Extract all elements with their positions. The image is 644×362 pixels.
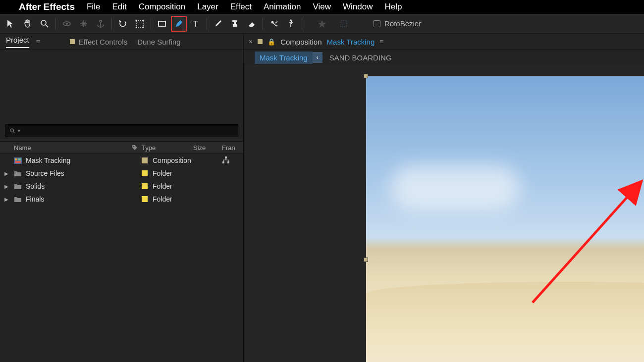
composition-label: Composition — [280, 38, 322, 46]
label-color-chip[interactable] — [142, 170, 148, 176]
project-search-input[interactable]: ▾ — [5, 124, 238, 137]
svg-point-9 — [136, 26, 137, 28]
effect-controls-tab[interactable]: Effect Controls Dune Surfing — [70, 38, 181, 46]
project-item[interactable]: ▶SolidsFolder — [0, 180, 243, 193]
svg-rect-13 — [233, 24, 237, 27]
menu-composition[interactable]: Composition — [139, 2, 186, 12]
project-item[interactable]: Mask TrackingComposition — [0, 154, 243, 167]
svg-rect-11 — [159, 21, 165, 26]
expand-icon[interactable]: ▶ — [3, 184, 10, 189]
svg-rect-23 — [14, 157, 22, 164]
label-color-chip[interactable] — [142, 196, 148, 202]
expand-icon[interactable]: ▶ — [3, 171, 10, 176]
menu-animation[interactable]: Animation — [264, 2, 301, 12]
rectangle-tool[interactable] — [154, 16, 170, 32]
menu-file[interactable]: File — [87, 2, 100, 12]
project-table-header: Name Type Size Fran — [0, 141, 243, 154]
zoom-tool[interactable] — [37, 16, 53, 32]
project-item[interactable]: ▶Source FilesFolder — [0, 167, 243, 180]
header-name[interactable]: Name — [0, 144, 128, 152]
svg-point-3 — [66, 23, 68, 25]
folder-icon — [14, 196, 22, 203]
puppet-pin-tool[interactable] — [283, 16, 299, 32]
item-name: Solids — [26, 182, 45, 190]
svg-rect-26 — [15, 161, 21, 163]
svg-line-1 — [46, 25, 48, 27]
close-tab-icon[interactable]: × — [249, 38, 253, 46]
comp-color-chip — [258, 39, 263, 44]
menu-window[interactable]: Window — [343, 2, 373, 12]
undo-tool[interactable] — [115, 16, 131, 32]
selection-handle[interactable] — [364, 74, 368, 78]
item-type: Folder — [153, 195, 172, 203]
svg-point-16 — [271, 21, 274, 23]
breadcrumb-active[interactable]: Mask Tracking — [255, 52, 313, 64]
header-frame[interactable]: Fran — [222, 144, 243, 152]
toolbar: T RotoBezier — [0, 14, 644, 34]
composition-name[interactable]: Mask Tracking — [327, 38, 375, 46]
snapping-icon[interactable] — [336, 16, 352, 32]
breadcrumb-arrow-icon[interactable]: ‹ — [313, 52, 322, 63]
composition-panel: × 🔒 Composition Mask Tracking ≡ Mask Tra… — [244, 34, 644, 362]
svg-point-22 — [133, 146, 134, 147]
checkbox-icon — [374, 20, 380, 27]
label-color-chip[interactable] — [142, 183, 148, 189]
hand-tool[interactable] — [20, 16, 36, 32]
lock-icon[interactable]: 🔒 — [268, 38, 275, 46]
header-size[interactable]: Size — [193, 144, 222, 152]
footage-canvas[interactable] — [366, 76, 644, 362]
svg-point-0 — [41, 20, 46, 25]
composition-icon — [14, 157, 22, 164]
selection-tool[interactable] — [3, 16, 19, 32]
breadcrumb-item[interactable]: SAND BOARDING — [322, 52, 399, 64]
svg-rect-19 — [341, 21, 347, 27]
label-color-chip[interactable] — [142, 157, 148, 163]
eraser-tool[interactable] — [244, 16, 260, 32]
menu-view[interactable]: View — [313, 2, 331, 12]
favorite-icon[interactable] — [314, 16, 330, 32]
rotobezier-checkbox[interactable]: RotoBezier — [374, 19, 421, 28]
panel-menu-icon[interactable]: ≡ — [36, 38, 41, 46]
composition-viewer[interactable] — [244, 65, 644, 362]
anchor-tool[interactable] — [93, 16, 108, 32]
menu-edit[interactable]: Edit — [112, 2, 126, 12]
svg-point-8 — [143, 19, 144, 21]
brush-tool[interactable] — [210, 16, 226, 32]
rotobezier-label: RotoBezier — [384, 19, 421, 28]
pan-behind-tool[interactable] — [76, 16, 92, 32]
search-icon — [9, 128, 16, 134]
svg-rect-29 — [227, 161, 229, 163]
flowchart-icon[interactable] — [222, 157, 230, 165]
menu-help[interactable]: Help — [385, 2, 402, 12]
mask-roi-tool[interactable] — [132, 16, 148, 32]
svg-text:T: T — [193, 20, 198, 28]
roto-brush-tool[interactable] — [266, 16, 282, 32]
svg-point-10 — [143, 26, 144, 28]
menu-effect[interactable]: Effect — [230, 2, 252, 12]
svg-rect-27 — [225, 156, 227, 158]
project-panel: Project ≡ Effect Controls Dune Surfing ▾… — [0, 34, 244, 362]
header-type[interactable]: Type — [142, 144, 193, 152]
selection-handle[interactable] — [364, 258, 368, 262]
project-item[interactable]: ▶FinalsFolder — [0, 193, 243, 206]
item-name: Source Files — [26, 169, 64, 177]
svg-point-18 — [290, 19, 292, 21]
svg-rect-24 — [15, 158, 17, 160]
svg-point-17 — [276, 25, 277, 26]
header-tag[interactable] — [128, 144, 142, 151]
pen-tool[interactable] — [171, 16, 187, 32]
svg-rect-6 — [136, 20, 143, 27]
item-name: Finals — [26, 195, 44, 203]
comp-panel-menu-icon[interactable]: ≡ — [379, 38, 384, 46]
type-tool[interactable]: T — [188, 16, 204, 32]
app-name: After Effects — [19, 1, 75, 12]
item-name: Mask Tracking — [26, 156, 70, 164]
folder-icon — [14, 170, 22, 177]
project-tab[interactable]: Project — [6, 36, 29, 48]
orbit-tool[interactable] — [59, 16, 75, 32]
clone-stamp-tool[interactable] — [227, 16, 243, 32]
svg-point-4 — [100, 20, 102, 22]
menu-layer[interactable]: Layer — [197, 2, 218, 12]
item-type: Composition — [153, 156, 191, 164]
expand-icon[interactable]: ▶ — [3, 197, 10, 202]
